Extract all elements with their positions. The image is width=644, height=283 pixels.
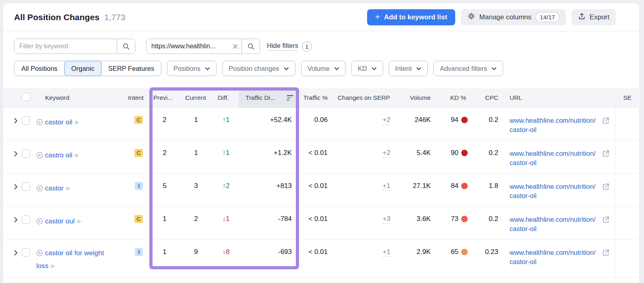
hide-filters-link[interactable]: Hide filters 1 <box>267 41 312 52</box>
col-header-current[interactable]: Current <box>176 88 208 107</box>
keyword-link[interactable]: castro oil <box>45 151 72 159</box>
traffic-percent: < 0.01 <box>298 174 328 207</box>
open-keyword-icon[interactable]: » <box>74 118 79 126</box>
keyword-link[interactable]: castor oil for weight loss <box>36 249 104 270</box>
volume-filter-dropdown[interactable]: Volume <box>301 61 346 76</box>
serp-changes-link[interactable]: +2 <box>383 116 390 125</box>
position-diff: ↑1 <box>223 149 230 157</box>
table-row: castor oil for weight loss » I 1 9 ↓8 -6… <box>3 240 638 277</box>
add-keyword-icon[interactable] <box>36 217 43 228</box>
url-search-button[interactable] <box>242 39 260 54</box>
filters-section: Hide filters 1 All Positions Organic SER… <box>3 31 639 76</box>
chevron-down-icon <box>372 67 377 70</box>
intent-badge: C <box>134 215 143 223</box>
expand-row-icon[interactable] <box>14 250 18 258</box>
manage-columns-button[interactable]: Manage columns 14/17 <box>461 9 566 25</box>
col-header-url[interactable]: URL <box>500 88 615 107</box>
search-icon <box>247 43 255 50</box>
results-count: 1,773 <box>104 12 126 22</box>
columns-count-badge: 14/17 <box>535 12 559 22</box>
col-header-previous[interactable]: Previ... <box>145 88 176 107</box>
intent-filter-dropdown[interactable]: Intent <box>389 61 428 76</box>
add-keyword-icon[interactable] <box>36 151 43 162</box>
external-link-icon[interactable] <box>602 117 610 127</box>
gear-icon <box>467 12 475 22</box>
col-header-intent[interactable]: Intent <box>127 88 145 107</box>
kd-value: 73 <box>451 215 458 223</box>
add-keyword-icon[interactable] <box>36 118 43 129</box>
kd-filter-dropdown[interactable]: KD <box>351 61 383 76</box>
open-keyword-icon[interactable]: » <box>76 217 81 225</box>
row-checkbox[interactable] <box>22 116 30 125</box>
select-all-checkbox[interactable] <box>22 93 30 101</box>
add-keyword-icon[interactable] <box>36 184 43 195</box>
expand-row-icon[interactable] <box>14 151 18 159</box>
external-link-icon[interactable] <box>602 183 610 193</box>
kd-indicator <box>461 216 468 222</box>
advanced-filters-dropdown[interactable]: Advanced filters <box>433 61 503 76</box>
keyword-link[interactable]: castor oul <box>45 217 75 225</box>
tab-all-positions[interactable]: All Positions <box>14 61 64 76</box>
expand-row-icon[interactable] <box>14 217 18 225</box>
keyword-filter-group <box>14 39 135 54</box>
expand-row-icon[interactable] <box>14 184 18 192</box>
serp-changes-link[interactable]: +1 <box>383 248 390 257</box>
col-header-kd[interactable]: KD % <box>432 88 469 107</box>
tab-organic[interactable]: Organic <box>64 61 101 76</box>
external-link-icon[interactable] <box>602 216 610 226</box>
add-to-keyword-list-button[interactable]: + Add to keyword list <box>367 9 455 25</box>
previous-position: 1 <box>145 240 176 277</box>
col-header-se[interactable]: SE <box>615 88 638 107</box>
row-checkbox[interactable] <box>22 182 30 191</box>
export-button[interactable]: Export <box>572 9 616 25</box>
current-position: 1 <box>176 140 208 174</box>
col-header-keyword[interactable]: Keyword <box>35 88 127 107</box>
traffic-diff: -784 <box>239 207 298 240</box>
keyword-filter-input[interactable] <box>14 39 117 54</box>
traffic-diff: +813 <box>239 174 298 207</box>
external-link-icon[interactable] <box>602 249 610 259</box>
serp-changes-link[interactable]: +1 <box>383 182 390 191</box>
col-header-cpc[interactable]: CPC <box>469 88 500 107</box>
traffic-diff: +52.4K <box>239 107 298 140</box>
open-keyword-icon[interactable]: » <box>66 184 70 192</box>
add-keyword-icon[interactable] <box>36 249 43 260</box>
keyword-search-button[interactable] <box>117 39 135 54</box>
positions-filter-dropdown[interactable]: Positions <box>167 61 217 76</box>
clear-url-filter-icon[interactable] <box>229 39 242 54</box>
cpc: 0.2 <box>469 207 500 240</box>
table-row: castor oul » C 1 2 ↓1 -784 < 0.01 +3 3.6… <box>3 207 638 240</box>
row-checkbox[interactable] <box>22 248 30 257</box>
keyword-link[interactable]: castor oil <box>45 118 72 126</box>
row-checkbox[interactable] <box>22 215 30 224</box>
col-header-diff[interactable]: Diff. <box>208 88 239 107</box>
expand-row-icon[interactable] <box>14 118 18 126</box>
col-header-volume[interactable]: Volume <box>392 88 432 107</box>
traffic-percent: < 0.01 <box>298 240 328 277</box>
kd-indicator <box>461 117 468 123</box>
row-checkbox[interactable] <box>22 149 30 158</box>
active-filters-badge: 1 <box>302 41 312 52</box>
cpc: 1.8 <box>469 174 500 207</box>
url-link[interactable]: www.healthline.com/nutrition/castor-oil <box>510 116 598 135</box>
col-header-traffic-diff[interactable]: Traffic Di... <box>239 88 298 107</box>
open-keyword-icon[interactable]: » <box>50 261 55 270</box>
serp-changes-link[interactable]: +2 <box>383 149 390 158</box>
url-link[interactable]: www.healthline.com/nutrition/castor-oil <box>510 149 598 168</box>
intent-badge: C <box>134 116 143 124</box>
open-keyword-icon[interactable]: » <box>74 151 79 159</box>
current-position: 2 <box>176 207 208 240</box>
col-header-traffic-pct[interactable]: Traffic % <box>298 88 328 107</box>
position-changes-filter-dropdown[interactable]: Position changes <box>222 61 295 76</box>
tab-serp-features[interactable]: SERP Features <box>101 61 161 76</box>
position-type-tabs: All Positions Organic SERP Features <box>14 61 161 76</box>
url-link[interactable]: www.healthline.com/nutrition/castor-oil <box>510 248 598 267</box>
serp-changes-link[interactable]: +3 <box>383 215 390 224</box>
external-link-icon[interactable] <box>602 150 610 160</box>
url-filter-input[interactable] <box>147 39 229 54</box>
url-link[interactable]: www.healthline.com/nutrition/castor-oil <box>510 215 598 234</box>
col-header-serp-changes[interactable]: Changes on SERP <box>328 88 392 107</box>
url-link[interactable]: www.healthline.com/nutrition/castor-oil <box>510 182 598 201</box>
plus-icon: + <box>375 13 380 21</box>
keyword-link[interactable]: castor <box>45 184 64 192</box>
